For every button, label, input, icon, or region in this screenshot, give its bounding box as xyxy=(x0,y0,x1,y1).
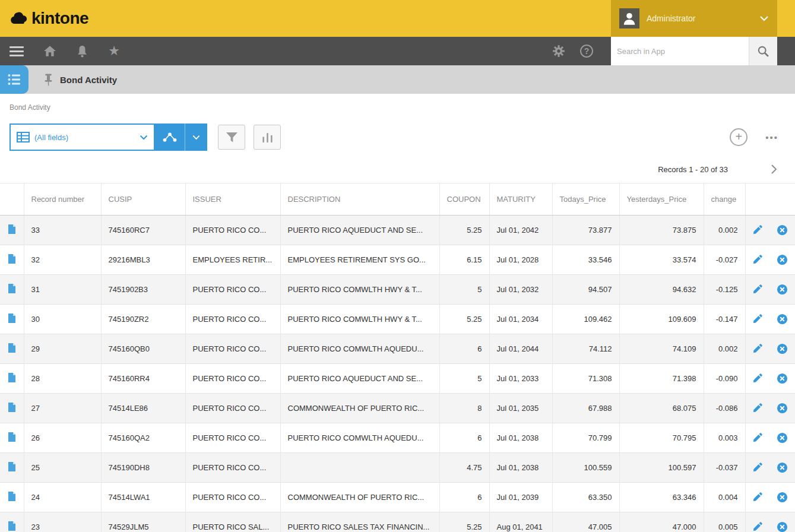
record-detail-icon[interactable] xyxy=(0,394,24,423)
search-input[interactable] xyxy=(611,37,749,65)
edit-pencil-icon[interactable] xyxy=(752,433,762,443)
row-actions xyxy=(745,216,795,245)
delete-icon[interactable] xyxy=(777,343,788,354)
table-row[interactable]: 24 74514LWA1 PUERTO RICO CO... COMMONWEA… xyxy=(0,483,795,512)
home-icon[interactable] xyxy=(42,43,58,59)
delete-icon[interactable] xyxy=(777,284,788,295)
delete-icon[interactable] xyxy=(777,373,788,384)
cell-cusip: 74529JLM5 xyxy=(101,512,185,532)
edit-pencil-icon[interactable] xyxy=(752,492,762,502)
header-issuer[interactable]: ISSUER xyxy=(185,183,280,216)
delete-icon[interactable] xyxy=(777,521,788,532)
header-change[interactable]: change xyxy=(704,183,745,216)
edit-pencil-icon[interactable] xyxy=(752,463,762,473)
cell-maturity: Jul 01, 2032 xyxy=(489,275,552,305)
breadcrumb[interactable]: Bond Activity xyxy=(0,94,795,112)
records-table: Record number CUSIP ISSUER DESCRIPTION C… xyxy=(0,183,795,532)
record-detail-icon[interactable] xyxy=(0,423,24,453)
app-list-icon[interactable] xyxy=(0,65,28,94)
record-detail-icon[interactable] xyxy=(0,275,24,305)
delete-icon[interactable] xyxy=(777,224,788,236)
table-row[interactable]: 32 29216MBL3 EMPLOYEES RETIR... EMPLOYEE… xyxy=(0,245,795,275)
header-maturity[interactable]: MATURITY xyxy=(489,183,552,216)
cell-cusip: 29216MBL3 xyxy=(101,245,185,275)
edit-pencil-icon[interactable] xyxy=(752,522,762,532)
table-row[interactable]: 29 745160QB0 PUERTO RICO CO... PUERTO RI… xyxy=(0,334,795,364)
header-todays-price[interactable]: Todays_Price xyxy=(552,183,619,216)
cell-coupon: 4.75 xyxy=(439,453,489,483)
cell-coupon: 5 xyxy=(439,364,489,394)
edit-pencil-icon[interactable] xyxy=(752,255,762,265)
record-detail-icon[interactable] xyxy=(0,216,24,245)
table-row[interactable]: 33 745160RC7 PUERTO RICO CO... PUERTO RI… xyxy=(0,216,795,245)
fields-filter-label: (All fields) xyxy=(34,133,135,142)
table-row[interactable]: 27 74514LE86 PUERTO RICO CO... COMMONWEA… xyxy=(0,394,795,423)
record-detail-icon[interactable] xyxy=(0,305,24,334)
cell-cusip: 745190ZR2 xyxy=(101,305,185,334)
delete-icon[interactable] xyxy=(777,462,788,473)
edit-pencil-icon[interactable] xyxy=(752,403,762,413)
hamburger-menu-icon[interactable] xyxy=(7,44,26,59)
cell-description: PUERTO RICO AQUEDUCT AND SE... xyxy=(280,364,439,394)
record-detail-icon[interactable] xyxy=(0,334,24,364)
chevron-down-icon[interactable] xyxy=(185,124,207,151)
table-row[interactable]: 25 745190DH8 PUERTO RICO CO... 4.75 Jul … xyxy=(0,453,795,483)
record-detail-icon[interactable] xyxy=(0,453,24,483)
delete-icon[interactable] xyxy=(777,492,788,503)
add-record-button[interactable]: + xyxy=(730,128,748,146)
table-row[interactable]: 28 745160RR4 PUERTO RICO CO... PUERTO RI… xyxy=(0,364,795,394)
next-page-icon[interactable] xyxy=(771,164,777,175)
edit-pencil-icon[interactable] xyxy=(752,225,762,235)
header-cusip[interactable]: CUSIP xyxy=(101,183,185,216)
record-detail-icon[interactable] xyxy=(0,483,24,512)
header-coupon[interactable]: COUPON xyxy=(439,183,489,216)
notifications-bell-icon[interactable] xyxy=(74,43,90,59)
favorites-star-icon[interactable]: ★ xyxy=(106,43,122,59)
table-row[interactable]: 26 745160QA2 PUERTO RICO CO... PUERTO RI… xyxy=(0,423,795,453)
cell-yesterdays-price: 70.795 xyxy=(619,423,704,453)
cell-record-number: 27 xyxy=(24,394,101,423)
cell-description: PUERTO RICO COMWLTH HWY & T... xyxy=(280,275,439,305)
fields-filter-dropdown[interactable]: (All fields) xyxy=(9,124,155,151)
edit-pencil-icon[interactable] xyxy=(752,344,762,354)
edit-pencil-icon[interactable] xyxy=(752,373,762,384)
chevron-down-icon xyxy=(140,135,148,140)
row-actions xyxy=(745,453,795,483)
delete-icon[interactable] xyxy=(777,403,788,414)
record-detail-icon[interactable] xyxy=(0,245,24,275)
header-record-number[interactable]: Record number xyxy=(24,183,101,216)
table-row[interactable]: 31 7451902B3 PUERTO RICO CO... PUERTO RI… xyxy=(0,275,795,305)
record-detail-icon[interactable] xyxy=(0,512,24,532)
filter-button[interactable] xyxy=(218,125,245,150)
cell-description: COMMONWEALTH OF PUERTO RIC... xyxy=(280,483,439,512)
chart-button[interactable] xyxy=(254,125,281,150)
header-description[interactable]: DESCRIPTION xyxy=(280,183,439,216)
cell-maturity: Jul 01, 2044 xyxy=(489,334,552,364)
table-row[interactable]: 23 74529JLM5 PUERTO RICO SAL... PUERTO R… xyxy=(0,512,795,532)
kintone-logo: kintone xyxy=(0,9,88,28)
help-icon[interactable]: ? xyxy=(580,45,593,58)
header-yesterdays-price[interactable]: Yesterdays_Price xyxy=(619,183,704,216)
record-detail-icon[interactable] xyxy=(0,364,24,394)
delete-icon[interactable] xyxy=(777,254,788,265)
cell-change: -0.147 xyxy=(704,305,745,334)
top-header: kintone Administrator xyxy=(0,0,795,37)
table-row[interactable]: 30 745190ZR2 PUERTO RICO CO... PUERTO RI… xyxy=(0,305,795,334)
row-actions xyxy=(745,245,795,275)
cell-record-number: 25 xyxy=(24,453,101,483)
more-options-button[interactable]: ••• xyxy=(765,132,778,142)
cell-description: PUERTO RICO AQUEDUCT AND SE... xyxy=(280,216,439,245)
edit-pencil-icon[interactable] xyxy=(752,284,762,294)
delete-icon[interactable] xyxy=(777,314,788,325)
search-button[interactable] xyxy=(749,37,777,65)
graph-view-button[interactable] xyxy=(155,124,207,151)
edit-pencil-icon[interactable] xyxy=(752,314,762,324)
cell-cusip: 745160RR4 xyxy=(101,364,185,394)
delete-icon[interactable] xyxy=(777,432,788,444)
pin-icon[interactable] xyxy=(44,74,53,86)
header-icon-col xyxy=(0,183,24,216)
user-menu[interactable]: Administrator xyxy=(611,0,777,37)
user-name: Administrator xyxy=(647,14,752,23)
settings-gear-icon[interactable] xyxy=(550,43,567,59)
cell-maturity: Jul 01, 2038 xyxy=(489,453,552,483)
